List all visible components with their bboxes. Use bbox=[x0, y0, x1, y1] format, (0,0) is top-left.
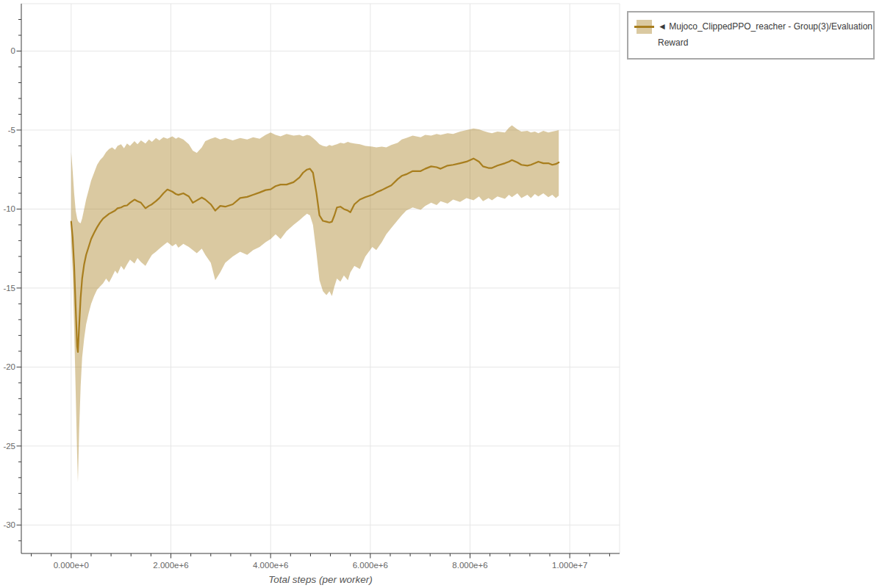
x-tick-label: 6.000e+6 bbox=[353, 561, 388, 570]
reward-chart: 0.000e+02.000e+64.000e+66.000e+68.000e+6… bbox=[0, 0, 882, 588]
chart-area: 0.000e+02.000e+64.000e+66.000e+68.000e+6… bbox=[0, 0, 882, 588]
confidence-band bbox=[71, 126, 559, 483]
legend-label-line1: ◄ Mujoco_ClippedPPO_reacher - Group(3)/E… bbox=[658, 18, 872, 35]
x-tick-label: 4.000e+6 bbox=[253, 561, 288, 570]
y-tick-label: -15 bbox=[3, 284, 15, 293]
y-tick-label: -5 bbox=[8, 126, 15, 135]
x-tick-label: 2.000e+6 bbox=[153, 561, 188, 570]
y-tick-label: -30 bbox=[3, 520, 15, 529]
legend-swatch-icon bbox=[636, 20, 653, 34]
y-tick-label: -25 bbox=[3, 442, 15, 451]
y-tick-label: -20 bbox=[3, 362, 15, 371]
legend-line-swatch bbox=[634, 26, 654, 28]
legend-label: ◄ Mujoco_ClippedPPO_reacher - Group(3)/E… bbox=[658, 18, 872, 51]
app: 0.000e+02.000e+64.000e+66.000e+68.000e+6… bbox=[0, 0, 882, 588]
legend-entry[interactable]: ◄ Mujoco_ClippedPPO_reacher - Group(3)/E… bbox=[636, 18, 866, 51]
y-tick-label: 0 bbox=[11, 46, 15, 55]
y-tick-label: -10 bbox=[3, 204, 15, 213]
x-tick-label: 1.000e+7 bbox=[552, 561, 587, 570]
x-axis-title: Total steps (per worker) bbox=[268, 574, 372, 585]
legend-label-line2: Reward bbox=[658, 35, 872, 51]
x-tick-label: 8.000e+6 bbox=[452, 561, 487, 570]
legend: ◄ Mujoco_ClippedPPO_reacher - Group(3)/E… bbox=[627, 11, 875, 60]
x-tick-label: 0.000e+0 bbox=[54, 561, 89, 570]
